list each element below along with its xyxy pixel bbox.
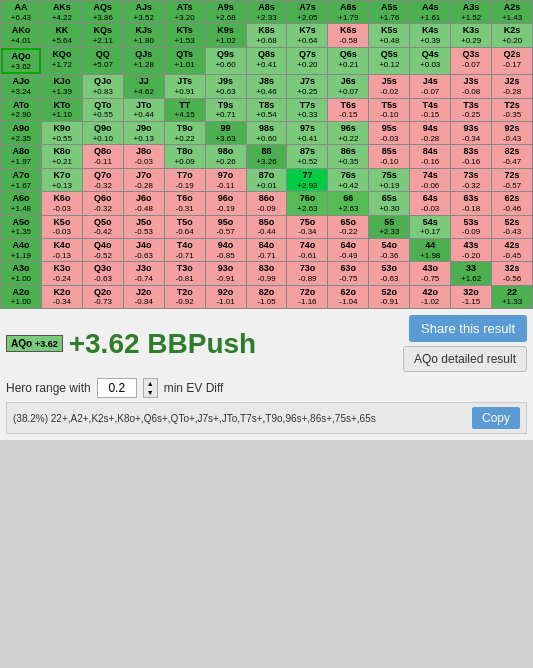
table-row[interactable]: QJs+1.28 [124, 48, 164, 74]
table-row[interactable]: 87o+0.01 [247, 169, 287, 191]
table-row[interactable]: J4o-0.63 [124, 239, 164, 261]
table-row[interactable]: A4o+1.19 [1, 239, 41, 261]
table-row[interactable]: K9s+1.02 [206, 24, 246, 46]
table-row[interactable]: KQs+2.11 [83, 24, 123, 46]
table-row[interactable]: KTs+1.53 [165, 24, 205, 46]
table-row[interactable]: 88+3.26 [247, 145, 287, 167]
table-row[interactable]: QJo+0.83 [83, 75, 123, 97]
table-row[interactable]: J5s-0.02 [369, 75, 409, 97]
table-row[interactable]: 97o-0.11 [206, 169, 246, 191]
table-row[interactable]: T8s+0.54 [247, 99, 287, 121]
table-row[interactable]: 96o-0.19 [206, 192, 246, 214]
table-row[interactable]: Q6o-0.32 [83, 192, 123, 214]
table-row[interactable]: 42o-1.02 [410, 286, 450, 308]
table-row[interactable]: K5s+0.48 [369, 24, 409, 46]
table-row[interactable]: J3s-0.08 [451, 75, 491, 97]
table-row[interactable]: 96s+0.22 [328, 122, 368, 144]
table-row[interactable]: T3o-0.81 [165, 262, 205, 284]
table-row[interactable]: KJs+1.80 [124, 24, 164, 46]
table-row[interactable]: 62s-0.46 [492, 192, 532, 214]
table-row[interactable]: ATs+3.20 [165, 1, 205, 23]
table-row[interactable]: K6s-0.58 [328, 24, 368, 46]
table-row[interactable]: 64o-0.49 [328, 239, 368, 261]
table-row[interactable]: J2o-0.84 [124, 286, 164, 308]
table-row[interactable]: 64s-0.03 [410, 192, 450, 214]
table-row[interactable]: 84s-0.16 [410, 145, 450, 167]
table-row[interactable]: T7s+0.33 [287, 99, 327, 121]
table-row[interactable]: 85o-0.44 [247, 216, 287, 238]
table-row[interactable]: TT+4.15 [165, 99, 205, 121]
table-row[interactable]: Q3s-0.07 [451, 48, 491, 74]
table-row[interactable]: 84o-0.71 [247, 239, 287, 261]
table-row[interactable]: A7s+2.05 [287, 1, 327, 23]
table-row[interactable]: A2o+1.00 [1, 286, 41, 308]
table-row[interactable]: T4o-0.71 [165, 239, 205, 261]
table-row[interactable]: A5o+1.35 [1, 216, 41, 238]
table-row[interactable]: 92o-1.01 [206, 286, 246, 308]
table-row[interactable]: KK+5.64 [42, 24, 82, 46]
table-row[interactable]: AJo+3.24 [1, 75, 41, 97]
table-row[interactable]: 33+1.62 [451, 262, 491, 284]
table-row[interactable]: AKs+4.22 [42, 1, 82, 23]
table-row[interactable]: Q2o-0.73 [83, 286, 123, 308]
table-row[interactable]: A8o+1.97 [1, 145, 41, 167]
table-row[interactable]: KQo+1.72 [42, 48, 82, 74]
table-row[interactable]: T6s-0.15 [328, 99, 368, 121]
table-row[interactable]: J7o-0.28 [124, 169, 164, 191]
table-row[interactable]: 54o-0.36 [369, 239, 409, 261]
table-row[interactable]: Q8o-0.11 [83, 145, 123, 167]
table-row[interactable]: 32o-1.15 [451, 286, 491, 308]
table-row[interactable]: 75o-0.34 [287, 216, 327, 238]
table-row[interactable]: 83s-0.16 [451, 145, 491, 167]
table-row[interactable]: JJ+4.62 [124, 75, 164, 97]
table-row[interactable]: T6o-0.31 [165, 192, 205, 214]
table-row[interactable]: 72o-1.16 [287, 286, 327, 308]
table-row[interactable]: 95o-0.57 [206, 216, 246, 238]
table-row[interactable]: AQo+3.62 [1, 48, 41, 74]
table-row[interactable]: J4s-0.07 [410, 75, 450, 97]
table-row[interactable]: Q4o-0.52 [83, 239, 123, 261]
table-row[interactable]: Q4s+0.03 [410, 48, 450, 74]
table-row[interactable]: 54s+0.17 [410, 216, 450, 238]
detail-button[interactable]: AQo detailed result [403, 346, 527, 372]
table-row[interactable]: Q9o+0.10 [83, 122, 123, 144]
table-row[interactable]: Q9s+0.60 [206, 48, 246, 74]
table-row[interactable]: Q7o-0.32 [83, 169, 123, 191]
table-row[interactable]: J9o+0.13 [124, 122, 164, 144]
table-row[interactable]: Q5o-0.42 [83, 216, 123, 238]
table-row[interactable]: AQs+3.86 [83, 1, 123, 23]
table-row[interactable]: T4s-0.15 [410, 99, 450, 121]
table-row[interactable]: 72s-0.57 [492, 169, 532, 191]
table-row[interactable]: 53s-0.09 [451, 216, 491, 238]
table-row[interactable]: Q2s-0.17 [492, 48, 532, 74]
table-row[interactable]: 82s-0.47 [492, 145, 532, 167]
table-row[interactable]: K3o-0.24 [42, 262, 82, 284]
table-row[interactable]: Q6s+0.21 [328, 48, 368, 74]
table-row[interactable]: KTo+1.10 [42, 99, 82, 121]
table-row[interactable]: AA+6.43 [1, 1, 41, 23]
table-row[interactable]: T9s+0.71 [206, 99, 246, 121]
table-row[interactable]: AJs+3.52 [124, 1, 164, 23]
table-row[interactable]: J6o-0.48 [124, 192, 164, 214]
table-row[interactable]: 87s+0.52 [287, 145, 327, 167]
table-row[interactable]: J7s+0.25 [287, 75, 327, 97]
table-row[interactable]: K3s+0.29 [451, 24, 491, 46]
table-row[interactable]: 73o-0.89 [287, 262, 327, 284]
table-row[interactable]: QTs+1.01 [165, 48, 205, 74]
table-row[interactable]: 42s-0.45 [492, 239, 532, 261]
table-row[interactable]: K2s+0.20 [492, 24, 532, 46]
table-row[interactable]: T9o+0.22 [165, 122, 205, 144]
table-row[interactable]: J5o-0.53 [124, 216, 164, 238]
table-row[interactable]: 52s-0.43 [492, 216, 532, 238]
table-row[interactable]: QTo+0.55 [83, 99, 123, 121]
table-row[interactable]: K8o+0.21 [42, 145, 82, 167]
table-row[interactable]: 83o-0.99 [247, 262, 287, 284]
table-row[interactable]: AKo+4.01 [1, 24, 41, 46]
table-row[interactable]: A9s+2.68 [206, 1, 246, 23]
table-row[interactable]: K7s+0.64 [287, 24, 327, 46]
table-row[interactable]: A3s+1.52 [451, 1, 491, 23]
table-row[interactable]: T5s-0.10 [369, 99, 409, 121]
table-row[interactable]: QQ+5.07 [83, 48, 123, 74]
table-row[interactable]: T2o-0.92 [165, 286, 205, 308]
table-row[interactable]: 97s+0.41 [287, 122, 327, 144]
